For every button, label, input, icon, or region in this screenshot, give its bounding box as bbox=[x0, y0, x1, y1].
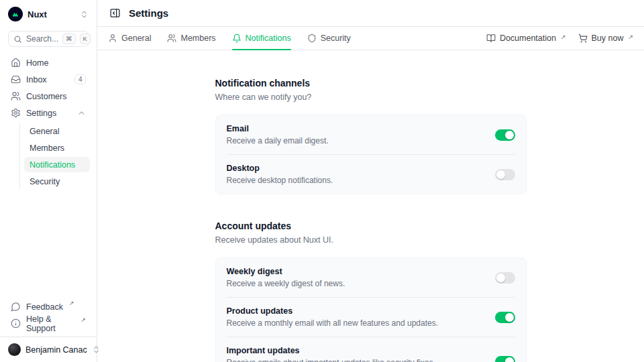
sidebar-item-notifications[interactable]: Notifications bbox=[24, 157, 90, 172]
setting-row-important-updates: Important updates Receive emails about i… bbox=[216, 337, 526, 362]
section-description: Receive updates about Nuxt UI. bbox=[215, 235, 527, 245]
settings-card: Email Receive a daily email digest. Desk… bbox=[215, 115, 527, 194]
section-title: Account updates bbox=[215, 221, 527, 231]
sidebar-item-label: Inbox bbox=[26, 75, 47, 84]
tab-notifications[interactable]: Notifications bbox=[232, 27, 291, 50]
tab-label: General bbox=[121, 34, 151, 43]
gear-icon bbox=[11, 108, 21, 118]
workspace-name: Nuxt bbox=[28, 9, 47, 19]
buy-now-link[interactable]: Buy now ↗ bbox=[578, 33, 634, 44]
tabbar-links: Documentation ↗ Buy now ↗ bbox=[486, 33, 633, 44]
sidebar-item-home[interactable]: Home bbox=[7, 55, 90, 70]
external-link-icon: ↗ bbox=[561, 34, 566, 40]
sidebar-item-settings[interactable]: Settings bbox=[7, 105, 90, 121]
kbd-cmd: ⌘ bbox=[62, 34, 76, 44]
setting-description: Receive emails about important updates l… bbox=[227, 358, 484, 362]
sidebar-item-label: Settings bbox=[26, 109, 56, 118]
page-title: Settings bbox=[129, 7, 168, 19]
setting-description: Receive a weekly digest of news. bbox=[227, 279, 484, 288]
avatar bbox=[8, 343, 21, 356]
shield-icon bbox=[307, 34, 317, 43]
nuxt-logo bbox=[8, 7, 23, 21]
sidebar-item-inbox[interactable]: Inbox 4 bbox=[7, 72, 90, 87]
setting-description: Receive a daily email digest. bbox=[227, 136, 484, 145]
sidebar: Nuxt Search... ⌘ K Home Inbox 4 bbox=[0, 0, 97, 362]
settings-content: Notification channels Where can we notif… bbox=[97, 50, 644, 362]
inbox-icon bbox=[11, 74, 21, 84]
email-toggle[interactable] bbox=[495, 129, 515, 141]
external-link-icon: ↗ bbox=[628, 34, 633, 40]
link-label: Buy now bbox=[592, 33, 624, 44]
sub-item-label: Notifications bbox=[30, 160, 75, 170]
tab-general[interactable]: General bbox=[108, 27, 151, 50]
message-circle-icon bbox=[11, 302, 21, 312]
sub-item-label: General bbox=[30, 127, 59, 136]
tab-label: Security bbox=[321, 34, 351, 43]
user-menu[interactable]: Benjamin Canac bbox=[0, 337, 97, 362]
user-icon bbox=[108, 34, 117, 43]
setting-row-product-updates: Product updates Receive a monthly email … bbox=[216, 298, 526, 337]
sub-item-label: Security bbox=[30, 177, 60, 186]
search-icon bbox=[13, 35, 22, 44]
help-support-link[interactable]: Help & Support ↗ bbox=[7, 316, 90, 331]
setting-row-weekly-digest: Weekly digest Receive a weekly digest of… bbox=[216, 258, 526, 297]
users-icon bbox=[167, 34, 176, 43]
important-updates-toggle[interactable] bbox=[495, 356, 515, 362]
workspace-selector[interactable]: Nuxt bbox=[0, 0, 97, 25]
sidebar-item-label: Customers bbox=[26, 92, 66, 101]
shopping-cart-icon bbox=[578, 34, 588, 43]
external-link-icon: ↗ bbox=[80, 316, 86, 323]
sidebar-nav: Home Inbox 4 Customers Settings Genera bbox=[0, 50, 97, 189]
footer-link-label: Help & Support bbox=[26, 314, 74, 333]
info-circle-icon bbox=[11, 318, 21, 328]
tab-label: Notifications bbox=[246, 34, 291, 43]
footer-link-label: Feedback bbox=[26, 302, 63, 312]
setting-title: Desktop bbox=[227, 164, 484, 173]
collapse-sidebar-button[interactable] bbox=[108, 6, 122, 20]
section-account-updates: Account updates Receive updates about Nu… bbox=[215, 221, 527, 362]
chevron-up-icon bbox=[77, 109, 86, 117]
product-updates-toggle[interactable] bbox=[495, 312, 515, 323]
setting-description: Receive a monthly email with all new fea… bbox=[227, 318, 484, 328]
external-link-icon: ↗ bbox=[69, 300, 74, 306]
sidebar-item-members[interactable]: Members bbox=[24, 140, 90, 156]
setting-title: Weekly digest bbox=[227, 267, 484, 276]
settings-card: Weekly digest Receive a weekly digest of… bbox=[215, 257, 527, 362]
setting-title: Important updates bbox=[227, 346, 484, 355]
sidebar-item-label: Home bbox=[26, 58, 48, 68]
search-input[interactable]: Search... ⌘ K bbox=[8, 31, 89, 47]
sidebar-item-customers[interactable]: Customers bbox=[7, 88, 90, 104]
weekly-digest-toggle[interactable] bbox=[495, 272, 515, 284]
tab-security[interactable]: Security bbox=[307, 27, 351, 50]
link-label: Documentation bbox=[500, 33, 556, 44]
tab-members[interactable]: Members bbox=[167, 27, 215, 50]
book-open-icon bbox=[486, 34, 496, 43]
sub-item-label: Members bbox=[30, 143, 64, 153]
setting-title: Email bbox=[227, 124, 484, 133]
bell-icon bbox=[232, 34, 241, 43]
sidebar-item-general[interactable]: General bbox=[24, 123, 90, 139]
inbox-count-badge: 4 bbox=[74, 74, 86, 84]
setting-row-desktop: Desktop Receive desktop notifications. bbox=[216, 155, 526, 194]
feedback-link[interactable]: Feedback ↗ bbox=[7, 299, 90, 314]
setting-row-email: Email Receive a daily email digest. bbox=[216, 115, 526, 154]
sidebar-item-security[interactable]: Security bbox=[24, 174, 90, 189]
sidebar-footer: Feedback ↗ Help & Support ↗ bbox=[0, 295, 97, 337]
user-name: Benjamin Canac bbox=[25, 345, 87, 355]
main-panel: Settings General Members Notifications S… bbox=[97, 0, 644, 362]
home-icon bbox=[11, 58, 21, 68]
section-title: Notification channels bbox=[215, 78, 527, 88]
settings-tabbar: General Members Notifications Security bbox=[97, 27, 644, 50]
users-icon bbox=[11, 91, 21, 101]
page-header: Settings bbox=[97, 0, 644, 27]
search-placeholder: Search... bbox=[26, 34, 58, 44]
setting-title: Product updates bbox=[227, 306, 484, 316]
chevrons-up-down-icon bbox=[80, 10, 89, 19]
section-notification-channels: Notification channels Where can we notif… bbox=[215, 78, 527, 194]
settings-subnav: General Members Notifications Security bbox=[19, 123, 90, 189]
kbd-k: K bbox=[80, 34, 91, 44]
documentation-link[interactable]: Documentation ↗ bbox=[486, 33, 566, 44]
desktop-toggle[interactable] bbox=[495, 169, 515, 180]
setting-description: Receive desktop notifications. bbox=[227, 176, 484, 185]
tab-label: Members bbox=[180, 34, 215, 43]
